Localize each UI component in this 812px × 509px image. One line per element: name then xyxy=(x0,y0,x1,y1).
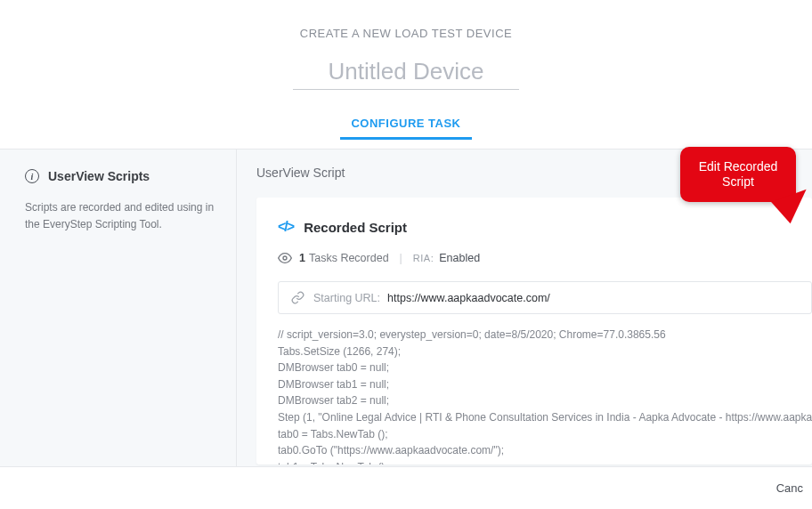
sidebar-title: UserView Scripts xyxy=(48,169,150,183)
ria-value: Enabled xyxy=(439,252,480,264)
url-value: https://www.aapkaadvocate.com/ xyxy=(387,292,550,304)
cancel-button[interactable]: Canc xyxy=(773,474,807,502)
footer-bar: Canc xyxy=(0,466,812,509)
tab-configure-task[interactable]: CONFIGURE TASK xyxy=(340,109,471,140)
meta-separator: | xyxy=(400,252,402,264)
meta-row: 1 Tasks Recorded | RIA: Enabled xyxy=(278,251,812,265)
tasks-count: 1 xyxy=(299,252,305,264)
card-header: </> Recorded Script xyxy=(278,219,812,235)
recorded-script-card: </> Recorded Script 1 Tasks Recorded | R… xyxy=(256,198,812,465)
eye-icon xyxy=(278,251,292,265)
sidebar: i UserView Scripts Scripts are recorded … xyxy=(0,149,237,478)
device-name-input[interactable]: Untitled Device xyxy=(329,58,484,85)
page-header: CREATE A NEW LOAD TEST DEVICE Untitled D… xyxy=(0,0,812,90)
callout-text: Edit Recorded Script xyxy=(686,159,791,190)
svg-point-0 xyxy=(283,256,287,260)
ria-label: RIA: xyxy=(413,253,434,263)
starting-url-bar: Starting URL: https://www.aapkaadvocate.… xyxy=(278,281,812,314)
sidebar-header: i UserView Scripts xyxy=(25,169,216,183)
tasks-label: Tasks Recorded xyxy=(309,252,389,264)
callout-edit-recorded-script: Edit Recorded Script xyxy=(680,147,796,202)
link-icon xyxy=(291,291,304,304)
sidebar-description: Scripts are recorded and edited using in… xyxy=(25,199,216,233)
url-label: Starting URL: xyxy=(313,292,380,304)
code-icon: </> xyxy=(278,219,293,235)
tabs-bar: CONFIGURE TASK xyxy=(0,109,812,140)
page-subtitle: CREATE A NEW LOAD TEST DEVICE xyxy=(0,27,812,40)
device-name-field-wrap[interactable]: Untitled Device xyxy=(293,56,520,90)
info-icon: i xyxy=(25,169,39,183)
card-title: Recorded Script xyxy=(304,220,407,235)
script-body: // script_version=3.0; everystep_version… xyxy=(278,327,812,465)
